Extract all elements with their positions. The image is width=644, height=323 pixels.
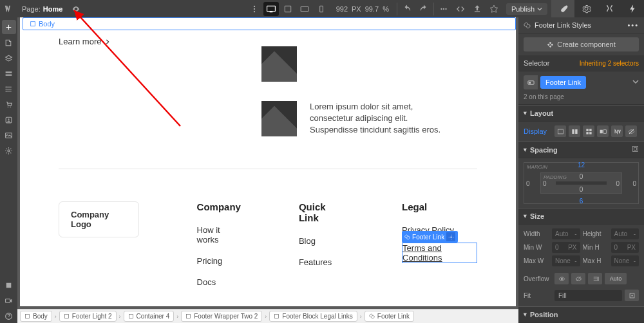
company-logo[interactable]: Company Logo <box>59 201 139 237</box>
create-component-button[interactable]: Create component <box>524 37 639 51</box>
display-label: Display <box>524 127 552 135</box>
audit-icon[interactable] <box>486 0 502 17</box>
padding-left-value[interactable]: 0 <box>543 180 547 187</box>
spacing-expand-icon[interactable] <box>632 145 639 154</box>
svg-rect-6 <box>301 6 308 11</box>
display-grid-button[interactable] <box>583 125 594 137</box>
maxw-input[interactable]: None- <box>552 255 580 266</box>
fit-select[interactable]: Fill <box>554 290 622 301</box>
interactions-tab[interactable] <box>621 0 644 17</box>
margin-right-value[interactable]: 0 <box>632 180 636 187</box>
settings-button[interactable] <box>2 143 16 158</box>
overflow-visible-button[interactable] <box>554 273 569 284</box>
design-canvas[interactable]: Learn more Lorem ipsum dolor sit amet, c… <box>20 30 516 306</box>
panel-menu-icon[interactable]: ••• <box>627 21 639 29</box>
minw-input[interactable]: 0PX <box>552 242 580 253</box>
display-block-button[interactable] <box>554 125 566 137</box>
footer-link[interactable]: How it works <box>197 225 241 245</box>
section-size-header[interactable]: Size <box>518 208 644 225</box>
margin-left-value[interactable]: 0 <box>526 180 530 187</box>
spacing-editor[interactable]: 12 6 0 0 0 0 0 0 <box>524 162 639 204</box>
footer-link[interactable]: Blog <box>299 236 344 246</box>
publish-button[interactable]: Publish <box>506 3 547 15</box>
padding-top-value[interactable]: 0 <box>580 173 583 180</box>
display-flex-button[interactable] <box>569 125 580 137</box>
panel-title: Footer Link Styles <box>535 21 591 29</box>
blog-item[interactable]: Lorem ipsum dolor sit amet, consectetur … <box>261 101 451 136</box>
body-indicator[interactable]: Body <box>23 17 516 30</box>
selection-settings-icon[interactable] <box>446 232 455 241</box>
section-position-header[interactable]: Position <box>518 306 644 323</box>
settings-tab[interactable] <box>574 0 598 17</box>
selector-dropdown-icon[interactable] <box>632 78 639 86</box>
components-button[interactable] <box>2 66 16 80</box>
pages-button[interactable] <box>2 35 16 50</box>
section-spacing-header[interactable]: Spacing <box>518 141 644 158</box>
overflow-scroll-button[interactable] <box>588 273 602 284</box>
blog-thumbnail <box>261 101 297 136</box>
breadcrumb-item[interactable]: Footer Block Legal Links <box>269 311 357 322</box>
section-layout-header[interactable]: Layout <box>518 105 644 122</box>
breadcrumb-item[interactable]: Container 4 <box>124 311 175 322</box>
maxh-input[interactable]: None- <box>611 255 639 266</box>
width-input[interactable]: Auto- <box>552 228 580 239</box>
navigator-button[interactable] <box>2 51 16 65</box>
padding-bottom-value[interactable]: 0 <box>580 186 583 193</box>
display-none-button[interactable] <box>625 125 637 137</box>
selector-state-icon[interactable] <box>524 75 538 89</box>
margin-top-value[interactable]: 12 <box>578 162 585 169</box>
export-icon[interactable] <box>469 0 486 17</box>
cms-button[interactable] <box>2 82 16 96</box>
redo-icon[interactable] <box>415 0 432 17</box>
comments-icon[interactable] <box>435 0 452 17</box>
menu-icon[interactable] <box>246 0 263 17</box>
add-element-button[interactable] <box>2 20 16 34</box>
svg-rect-7 <box>319 6 323 12</box>
page-selector[interactable]: Page: Home <box>17 5 68 13</box>
ecommerce-button[interactable] <box>2 97 16 111</box>
selector-count[interactable]: 2 on this page <box>518 93 644 105</box>
undo-icon[interactable] <box>399 0 415 17</box>
fit-position-button[interactable] <box>625 290 639 301</box>
canvas-dimensions[interactable]: 992 PX 99.7 % <box>330 5 395 13</box>
footer-link[interactable]: Pricing <box>197 256 241 266</box>
svg-rect-39 <box>586 132 588 134</box>
device-desktop-button[interactable] <box>263 2 279 16</box>
footer-link-selected[interactable]: Terms and Conditions <box>402 243 477 263</box>
selector-tag[interactable]: Footer Link <box>540 76 586 89</box>
selector-input[interactable]: Footer Link <box>524 75 639 89</box>
breadcrumb-item[interactable]: Footer Link <box>365 311 414 322</box>
device-mobile-button[interactable] <box>314 2 329 16</box>
blog-item[interactable] <box>261 46 451 82</box>
assets-button[interactable] <box>2 128 16 142</box>
selection-badge[interactable]: Footer Link <box>402 231 458 243</box>
breadcrumb-item[interactable]: Body <box>20 311 52 322</box>
display-inline-button[interactable] <box>611 125 623 137</box>
style-manager-tab[interactable] <box>598 0 621 17</box>
video-button[interactable] <box>2 293 16 308</box>
breadcrumb-item[interactable]: Footer Wrapper Two 2 <box>181 311 262 322</box>
code-icon[interactable] <box>452 0 469 17</box>
display-inline-block-button[interactable] <box>597 125 609 137</box>
breadcrumb-item[interactable]: Footer Light 2 <box>59 311 117 322</box>
app-logo-icon[interactable] <box>0 0 17 17</box>
device-tablet-landscape-button[interactable] <box>297 2 312 16</box>
overflow-hidden-button[interactable] <box>571 273 585 284</box>
margin-bottom-value[interactable]: 6 <box>580 198 583 205</box>
style-tab[interactable] <box>551 0 574 17</box>
minh-input[interactable]: 0PX <box>611 242 639 253</box>
inheriting-label[interactable]: Inheriting 2 selectors <box>580 60 639 67</box>
audit-button[interactable] <box>2 278 16 292</box>
footer-link[interactable]: Features <box>299 257 344 267</box>
overflow-auto-button[interactable]: Auto <box>605 273 627 284</box>
svg-point-2 <box>254 10 255 12</box>
footer-link[interactable]: Docs <box>197 277 241 287</box>
preview-icon[interactable] <box>68 0 84 17</box>
users-button[interactable] <box>2 113 16 127</box>
help-button[interactable] <box>2 309 16 323</box>
padding-right-value[interactable]: 0 <box>616 180 620 187</box>
device-tablet-button[interactable] <box>280 2 296 16</box>
height-input[interactable]: Auto- <box>611 228 639 239</box>
selector-label: Selector <box>524 59 549 67</box>
learn-more-link[interactable]: Learn more <box>20 30 516 46</box>
